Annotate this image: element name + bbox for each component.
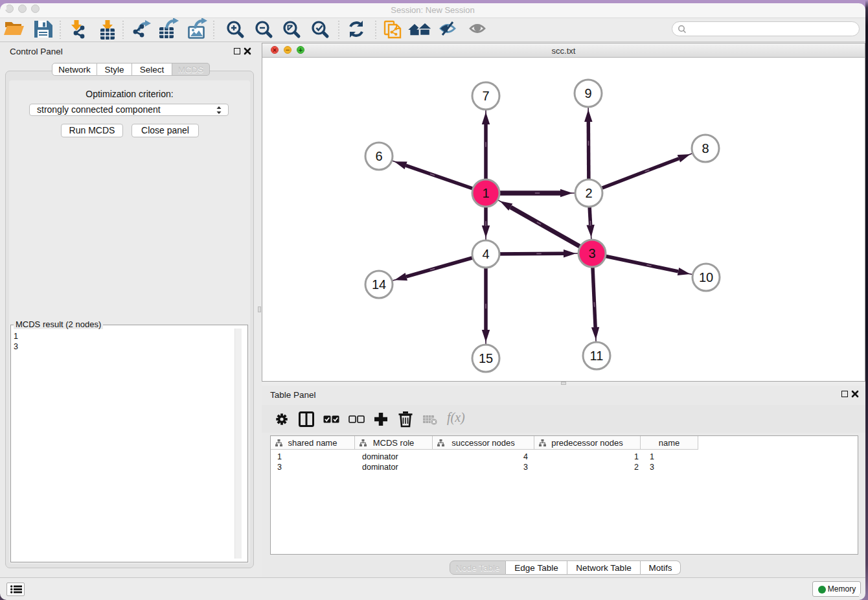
- svg-text:3: 3: [588, 246, 595, 260]
- svg-text:14: 14: [372, 277, 386, 292]
- svg-text:1: 1: [482, 186, 489, 200]
- svg-text:11: 11: [590, 349, 604, 363]
- svg-text:15: 15: [479, 351, 493, 365]
- svg-text:6: 6: [375, 149, 382, 163]
- svg-text:10: 10: [699, 270, 713, 284]
- svg-text:8: 8: [702, 141, 709, 156]
- svg-text:9: 9: [584, 86, 591, 100]
- svg-text:7: 7: [482, 89, 489, 103]
- svg-text:2: 2: [585, 186, 592, 200]
- svg-text:4: 4: [482, 247, 489, 261]
